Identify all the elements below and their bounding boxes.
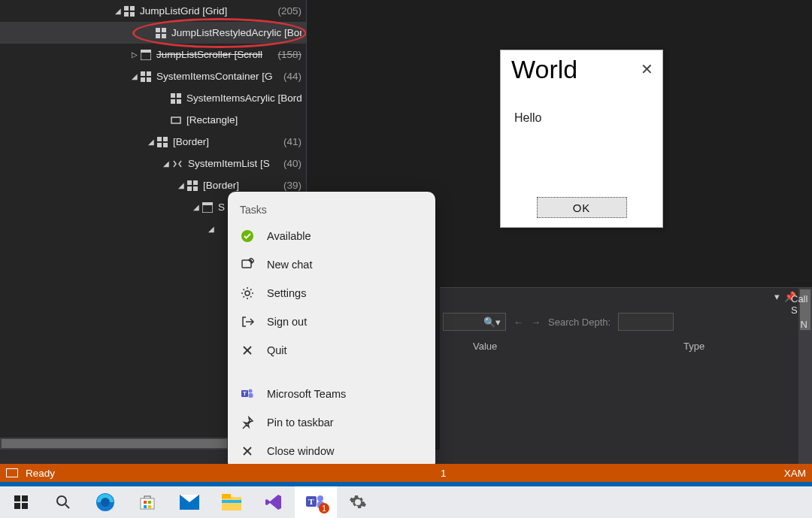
svg-rect-42 [14,503,20,509]
tree-row-count: (44) [283,71,301,82]
svg-rect-49 [144,501,147,504]
svg-rect-23 [187,180,192,185]
svg-rect-41 [22,495,28,501]
teams-icon: T [240,386,255,401]
taskbar-teams-badge: 1 [319,503,329,513]
jumplist-item-pin[interactable]: Pin to taskbar [228,408,435,437]
tree-row-count: (158) [277,49,301,60]
taskbar-settings[interactable] [337,486,379,518]
jumplist-item-teams[interactable]: TMicrosoft Teams [228,380,435,408]
tree-row-label: JumpListGrid [Grid] [140,5,273,17]
svg-rect-9 [141,50,151,53]
grid-icon [155,27,167,39]
status-available-icon [240,229,255,244]
taskbar-teams[interactable]: T 1 [295,486,337,518]
svg-rect-57 [222,494,231,498]
svg-rect-58 [222,500,241,503]
pin-icon [240,415,255,430]
taskbar-explorer[interactable] [211,486,253,518]
expander-collapsed-icon[interactable]: ◢ [176,181,186,189]
expander-icon[interactable]: ▷ [129,50,140,59]
tree-row[interactable]: SystemItemsAcrylic [Border [0,87,306,109]
tool-dropdown-icon[interactable]: ▾ [774,291,780,302]
dialog-close-button[interactable]: ✕ [638,61,655,77]
tree-row-count: (40) [283,158,301,169]
tree-row-label: SystemItemsAcrylic [Border [186,92,301,104]
tree-row[interactable]: ◢SystemItemsContainer [G(44) [0,65,306,87]
locals-panel: ▾ 📌 ✕ 🔍▾ ← → Search Depth: Value Type [440,287,812,482]
svg-rect-21 [157,143,162,147]
svg-rect-28 [202,202,213,205]
svg-rect-52 [148,505,151,508]
panel-icon [201,201,214,214]
svg-point-61 [317,495,323,501]
taskbar-search[interactable] [42,486,84,518]
jumplist-item-label: Settings [267,287,306,299]
nav-back-icon[interactable]: ← [514,317,523,328]
expander-collapsed-icon[interactable]: ◢ [129,72,140,80]
tree-row-label: JumpListScroller [Scroll [156,49,273,60]
side-tab-callstack[interactable]: Call S N [786,289,812,335]
expander-collapsed-icon[interactable]: ◢ [191,203,201,211]
svg-rect-16 [171,99,175,104]
svg-rect-17 [177,99,181,104]
svg-rect-22 [163,143,168,147]
jumplist-item-new-chat[interactable]: New chat [228,250,435,279]
svg-rect-24 [193,180,198,185]
jumplist-item-label: Sign out [267,316,307,328]
jumplist-item-label: Microsoft Teams [267,388,346,400]
tree-row[interactable]: JumpListRestyledAcrylic [Borde [0,22,306,44]
dialog-ok-button[interactable]: OK [537,197,627,218]
svg-rect-43 [22,503,28,509]
jumplist-item-sign-out[interactable]: Sign out [228,307,435,336]
svg-rect-25 [187,186,192,191]
search-depth-input[interactable] [618,313,674,331]
tree-row[interactable]: ◢JumpListGrid [Grid](205) [0,0,306,22]
taskbar-edge[interactable] [84,486,126,518]
expander-collapsed-icon[interactable]: ◢ [161,159,171,168]
status-layout-icon [6,468,18,477]
jumplist-item-status-available[interactable]: Available [228,222,435,250]
tree-row[interactable]: ◢[Border](41) [0,131,306,153]
svg-rect-18 [171,117,180,123]
svg-rect-12 [141,77,145,82]
svg-line-45 [65,504,69,508]
nav-forward-icon[interactable]: → [531,317,541,328]
tree-hscroll-thumb[interactable] [2,439,227,448]
taskbar-visualstudio[interactable] [253,486,295,518]
expander-collapsed-icon[interactable]: ◢ [113,7,123,15]
tree-row-count: (205) [277,5,301,17]
svg-rect-48 [141,498,154,509]
taskbar-store[interactable] [126,486,168,518]
svg-text:T: T [308,497,314,506]
tree-row-label: SystemItemList [S [188,158,279,169]
status-right-text: XAM [784,468,806,479]
svg-rect-0 [124,6,129,11]
svg-rect-40 [14,495,20,501]
none-icon [217,223,229,235]
search-box[interactable]: 🔍▾ [443,313,506,331]
jumplist-item-close-window[interactable]: Close window [228,437,435,465]
tree-row-label: JumpListRestyledAcrylic [Borde [171,27,301,38]
expander-collapsed-icon[interactable]: ◢ [206,225,217,233]
taskbar-mail[interactable] [168,486,211,518]
jumplist: Tasks AvailableNew chatSettingsSign outQ… [228,192,435,470]
column-header-type[interactable]: Type [683,341,704,352]
panel-icon [140,49,152,61]
jumplist-item-quit[interactable]: Quit [228,336,435,365]
svg-rect-56 [222,497,241,510]
tree-row[interactable]: [Rectangle] [0,109,306,131]
svg-rect-11 [147,71,151,76]
tree-row[interactable]: ◢SystemItemList [S(40) [0,153,306,174]
svg-rect-6 [156,34,160,38]
column-header-value[interactable]: Value [473,341,683,352]
expander-collapsed-icon[interactable]: ◢ [146,138,156,146]
tree-row[interactable]: ▷JumpListScroller [Scroll(158) [0,44,306,65]
settings-icon [240,286,255,301]
quit-icon [240,343,255,358]
jumplist-header: Tasks [228,192,435,222]
svg-point-36 [249,389,253,393]
svg-rect-37 [249,393,253,398]
jumplist-item-settings[interactable]: Settings [228,279,435,307]
taskbar-start[interactable] [0,486,42,518]
